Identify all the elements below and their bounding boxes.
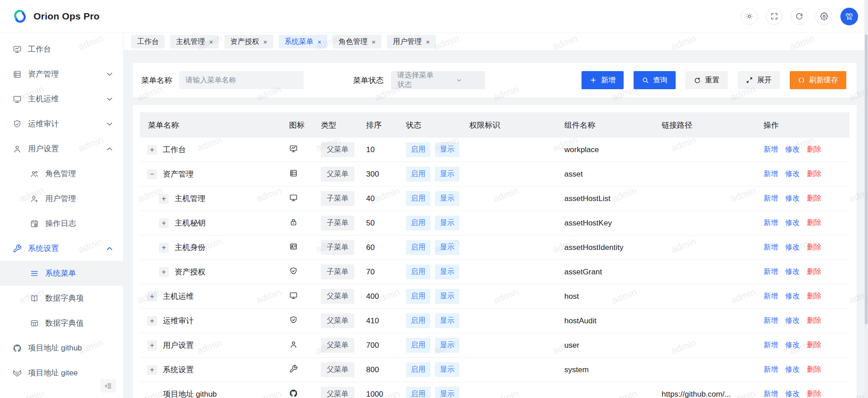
component-cell: assetHostIdentity [564, 243, 662, 252]
menu-name-cell: +工作台 [140, 144, 289, 155]
tab-系统菜单[interactable]: 系统菜单× [279, 35, 328, 48]
row-delete-link[interactable]: 删除 [807, 292, 821, 301]
sidebar-item-project-github[interactable]: 项目地址 github [0, 336, 123, 360]
row-expander[interactable]: + [159, 267, 169, 277]
row-expander[interactable]: + [147, 340, 157, 350]
sort-cell: 70 [366, 268, 406, 277]
row-add-link[interactable]: 新增 [763, 340, 778, 350]
row-delete-link[interactable]: 删除 [807, 243, 821, 252]
plus-icon [590, 77, 597, 84]
sidebar-item-workbench[interactable]: 工作台 [0, 37, 123, 62]
row-edit-link[interactable]: 修改 [785, 292, 800, 301]
app-logo: Orion Ops Pro [12, 8, 100, 24]
sort-cell: 60 [366, 243, 406, 252]
page-scrollbar[interactable] [864, 0, 868, 398]
row-delete-link[interactable]: 删除 [807, 145, 821, 154]
wrench-icon [289, 364, 298, 373]
row-add-link[interactable]: 新增 [763, 194, 778, 203]
row-add-link[interactable]: 新增 [763, 145, 778, 154]
tab-资产授权[interactable]: 资产授权× [224, 35, 273, 48]
refresh-button[interactable] [791, 8, 807, 25]
sidebar-item-user-settings[interactable]: 用户设置 [0, 136, 123, 161]
add-button[interactable]: 新增 [582, 71, 624, 89]
row-expander[interactable]: + [147, 292, 157, 302]
table-row: +主机秘钥子菜单50启用显示assetHostKey新增修改删除 [140, 211, 849, 235]
fullscreen-button[interactable] [766, 8, 782, 25]
row-edit-link[interactable]: 修改 [785, 267, 800, 277]
close-icon[interactable]: × [426, 38, 430, 45]
row-edit-link[interactable]: 修改 [785, 316, 800, 326]
row-add-link[interactable]: 新增 [763, 169, 778, 179]
sidebar-item-host-ops[interactable]: 主机运维 [0, 86, 123, 111]
close-icon[interactable]: × [372, 38, 376, 45]
row-delete-link[interactable]: 删除 [807, 194, 821, 203]
sidebar-item-asset-management[interactable]: 资产管理 [0, 62, 123, 86]
menu-icon-cell [289, 242, 321, 253]
row-expander[interactable]: − [147, 169, 157, 179]
refresh-cache-button[interactable]: 刷新缓存 [790, 71, 846, 89]
user-avatar[interactable]: 管 [840, 8, 858, 25]
row-expander[interactable]: + [147, 145, 157, 155]
table-body: +工作台父菜单10启用显示workplace新增修改删除−资产管理父菜单300启… [140, 138, 849, 398]
row-add-link[interactable]: 新增 [763, 389, 778, 398]
menu-name-cell: +用户设置 [140, 340, 289, 350]
row-add-link[interactable]: 新增 [763, 243, 778, 252]
close-icon[interactable]: × [318, 38, 322, 45]
row-add-link[interactable]: 新增 [763, 316, 778, 326]
row-delete-link[interactable]: 删除 [807, 316, 821, 326]
row-expander[interactable]: + [147, 316, 157, 326]
close-icon[interactable]: × [209, 38, 213, 45]
search-button[interactable]: 查询 [634, 71, 676, 89]
menu-icon [30, 269, 39, 278]
tab-用户管理[interactable]: 用户管理× [387, 35, 436, 48]
tab-主机管理[interactable]: 主机管理× [170, 35, 219, 48]
sidebar-item-data-dict-item[interactable]: 数据字典项 [0, 286, 123, 311]
status-cell: 启用显示 [406, 191, 469, 206]
row-edit-link[interactable]: 修改 [785, 389, 800, 398]
row-edit-link[interactable]: 修改 [785, 218, 800, 228]
sidebar-item-system-settings[interactable]: 系统设置 [0, 236, 123, 261]
row-edit-link[interactable]: 修改 [785, 340, 800, 350]
sidebar-collapse-button[interactable] [100, 379, 116, 393]
sidebar-item-role-management[interactable]: 角色管理 [0, 161, 123, 186]
row-add-link[interactable]: 新增 [763, 267, 778, 277]
row-edit-link[interactable]: 修改 [785, 145, 800, 154]
menu-icon-cell [289, 291, 321, 302]
shield-icon [13, 120, 22, 129]
row-expander[interactable]: + [147, 365, 157, 375]
row-delete-link[interactable]: 删除 [807, 340, 821, 350]
chevron-up-icon [105, 144, 114, 153]
row-add-link[interactable]: 新增 [763, 218, 778, 228]
row-delete-link[interactable]: 删除 [807, 365, 821, 374]
tab-角色管理[interactable]: 角色管理× [333, 35, 382, 48]
reset-button[interactable]: 重置 [686, 71, 728, 89]
gear-icon [820, 12, 828, 20]
row-delete-link[interactable]: 删除 [807, 389, 821, 398]
row-delete-link[interactable]: 删除 [807, 218, 821, 228]
menu-status-select[interactable]: 请选择菜单状态 [391, 71, 485, 89]
row-delete-link[interactable]: 删除 [807, 169, 821, 179]
row-edit-link[interactable]: 修改 [785, 365, 800, 374]
theme-button[interactable] [741, 8, 758, 25]
settings-button[interactable] [816, 8, 832, 25]
expand-button[interactable]: 展开 [738, 71, 780, 89]
sidebar-item-operation-log[interactable]: 操作日志 [0, 211, 123, 236]
sidebar-item-user-management[interactable]: 用户管理 [0, 186, 123, 211]
close-icon[interactable]: × [263, 38, 267, 45]
row-delete-link[interactable]: 删除 [807, 267, 821, 277]
row-add-link[interactable]: 新增 [763, 365, 778, 374]
menu-name-input[interactable] [179, 71, 304, 89]
row-expander[interactable]: + [159, 194, 169, 204]
row-edit-link[interactable]: 修改 [785, 194, 800, 203]
row-expander[interactable]: + [159, 243, 169, 253]
tab-工作台[interactable]: 工作台 [131, 35, 165, 48]
sidebar-item-ops-audit[interactable]: 运维审计 [0, 111, 123, 136]
row-edit-link[interactable]: 修改 [785, 169, 800, 179]
type-tag: 父菜单 [321, 167, 354, 182]
row-edit-link[interactable]: 修改 [785, 243, 800, 252]
sidebar-item-data-dict-value[interactable]: 数据字典值 [0, 311, 123, 336]
scrollbar-thumb[interactable] [865, 34, 868, 324]
row-add-link[interactable]: 新增 [763, 292, 778, 301]
row-expander[interactable]: + [159, 218, 169, 228]
sidebar-item-system-menu[interactable]: 系统菜单 [0, 261, 123, 286]
